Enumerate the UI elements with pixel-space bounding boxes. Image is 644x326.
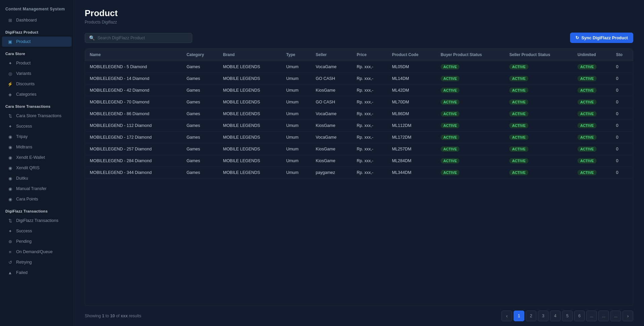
pagination-next[interactable]: › (622, 311, 633, 321)
type: Umum (281, 85, 311, 96)
seller: paygamez (311, 167, 352, 179)
unlimited-badge: ACTIVE (577, 111, 596, 117)
page-btn-1[interactable]: 2 (526, 311, 536, 321)
buyer-status: ACTIVE (436, 85, 505, 96)
sidebar-item-df-transactions[interactable]: ⇅DigiFlazz Transactions (2, 216, 72, 226)
unlimited: ACTIVE (573, 61, 611, 73)
sidebar-label-cs-cara-points: Cara Points (16, 197, 38, 201)
unlimited: ACTIVE (573, 85, 611, 96)
seller-status: ACTIVE (505, 85, 573, 96)
unlimited-badge: ACTIVE (577, 170, 596, 175)
sidebar-item-cs-xendit-ewallet[interactable]: ◉Xendit E-Wallet (2, 152, 72, 162)
sidebar-label-cs-midtrans: Midtrans (16, 145, 32, 149)
col-unlimited: Unlimited (573, 49, 611, 61)
unlimited: ACTIVE (573, 108, 611, 120)
sidebar-icon-df-retrying: ↺ (7, 260, 13, 265)
page-btn-3[interactable]: 4 (550, 311, 561, 321)
buyer-status-badge: ACTIVE (441, 123, 459, 128)
seller-status-badge: ACTIVE (509, 64, 528, 69)
buyer-status-badge: ACTIVE (441, 135, 459, 140)
brand: MOBILE LEGENDS (218, 143, 281, 155)
search-icon: 🔍 (89, 35, 95, 41)
sidebar-icon-digi-product: ▣ (7, 39, 13, 44)
buyer-status: ACTIVE (436, 155, 505, 167)
seller-status-badge: ACTIVE (509, 146, 528, 152)
table-row: MOBILELEGEND - 42 DiamondGamesMOBILE LEG… (85, 85, 633, 96)
pagination-prev[interactable]: ‹ (501, 311, 512, 321)
sync-button-label: Sync DigiFlazz Product (581, 36, 628, 40)
sync-icon: ↻ (575, 35, 579, 40)
unlimited: ACTIVE (573, 73, 611, 85)
col-type: Type (281, 49, 311, 61)
sidebar-item-cs-duitku[interactable]: ◉Duitku (2, 173, 72, 183)
seller-status: ACTIVE (505, 132, 573, 143)
sidebar-item-cs-transactions[interactable]: ⇅Cara Store Transactions (2, 111, 72, 121)
buyer-status-badge: ACTIVE (441, 111, 459, 117)
sidebar-item-digi-product[interactable]: ▣Product (2, 37, 72, 47)
sidebar-item-cs-manual-transfer[interactable]: ◉Manual Transfer (2, 184, 72, 194)
sidebar-item-df-ondemand[interactable]: ≡On Demand/Queue (2, 247, 72, 257)
sidebar-item-cs-success[interactable]: ✦Success (2, 121, 72, 131)
sidebar-item-cs-variants[interactable]: ◎Variants (2, 68, 72, 79)
category: Games (182, 132, 218, 143)
page-btn-7[interactable]: ... (598, 311, 609, 321)
seller-status: ACTIVE (505, 167, 573, 179)
sto: 0 (611, 96, 633, 108)
sidebar-item-df-success[interactable]: ✦Success (2, 226, 72, 236)
sidebar-item-cs-tripay[interactable]: ◉Tripay (2, 132, 72, 142)
sidebar-item-cs-xendit-qris[interactable]: ◉Xendit QRIS (2, 163, 72, 173)
toolbar: 🔍 ↻ Sync DigiFlazz Product (74, 30, 644, 48)
page-btn-8[interactable]: ... (610, 311, 621, 321)
table-row: MOBILELEGEND - 257 DiamondGamesMOBILE LE… (85, 143, 633, 155)
col-sto: Sto (611, 49, 633, 61)
sidebar-label-cs-product: Product (16, 61, 31, 65)
sto: 0 (611, 155, 633, 167)
table-row: MOBILELEGEND - 172 DiamondGamesMOBILE LE… (85, 132, 633, 143)
type: Umum (281, 167, 311, 179)
search-box[interactable]: 🔍 (85, 33, 192, 43)
sidebar-item-cs-product[interactable]: ✦Product (2, 58, 72, 68)
sidebar-item-df-failed[interactable]: ▲Failed (2, 268, 72, 278)
seller-status: ACTIVE (505, 143, 573, 155)
col-product-code: Product Code (387, 49, 436, 61)
sidebar-icon-cs-duitku: ◉ (7, 176, 13, 181)
sidebar-item-cs-midtrans[interactable]: ◉Midtrans (2, 142, 72, 152)
sync-button[interactable]: ↻ Sync DigiFlazz Product (570, 33, 633, 43)
pagination-bar: Showing 1 to 10 of xxx results ‹123456..… (74, 306, 644, 326)
page-btn-0[interactable]: 1 (514, 311, 524, 321)
product-name: MOBILELEGEND - 112 Diamond (85, 120, 182, 132)
sidebar-icon-df-ondemand: ≡ (7, 249, 13, 254)
search-input[interactable] (97, 36, 188, 40)
sidebar-item-cs-discounts[interactable]: ⚡Discounts (2, 79, 72, 89)
brand: MOBILE LEGENDS (218, 155, 281, 167)
unlimited: ACTIVE (573, 96, 611, 108)
buyer-status: ACTIVE (436, 96, 505, 108)
main-content: Product Products Digiflazz 🔍 ↻ Sync Digi… (74, 0, 644, 326)
sidebar-item-dashboard[interactable]: ⊞Dashboard (2, 15, 72, 25)
page-btn-4[interactable]: 5 (562, 311, 573, 321)
buyer-status: ACTIVE (436, 120, 505, 132)
sidebar-label-cs-manual-transfer: Manual Transfer (16, 186, 46, 191)
col-price: Price (352, 49, 387, 61)
category: Games (182, 108, 218, 120)
price: Rp. xxx,- (352, 167, 387, 179)
sidebar-item-cs-categories[interactable]: ◈Categories (2, 89, 72, 99)
col-seller: Seller (311, 49, 352, 61)
brand: MOBILE LEGENDS (218, 73, 281, 85)
sidebar-label-digi-product: Product (16, 39, 31, 44)
unlimited: ACTIVE (573, 132, 611, 143)
sidebar-item-df-retrying[interactable]: ↺Retrying (2, 257, 72, 267)
seller-status-badge: ACTIVE (509, 111, 528, 117)
type: Umum (281, 73, 311, 85)
sidebar-icon-cs-midtrans: ◉ (7, 144, 13, 150)
page-btn-2[interactable]: 3 (538, 311, 549, 321)
sidebar-icon-df-success: ✦ (7, 228, 13, 234)
sidebar-item-cs-cara-points[interactable]: ◉Cara Points (2, 194, 72, 204)
sidebar-icon-cs-categories: ◈ (7, 92, 13, 97)
seller-status: ACTIVE (505, 61, 573, 73)
page-btn-5[interactable]: 6 (574, 311, 585, 321)
sidebar-item-df-pending[interactable]: ⊛Pending (2, 236, 72, 246)
page-btn-6[interactable]: ... (586, 311, 597, 321)
sto: 0 (611, 143, 633, 155)
sidebar-section-digiflazz-section: DigiFlazz Product (0, 26, 74, 36)
